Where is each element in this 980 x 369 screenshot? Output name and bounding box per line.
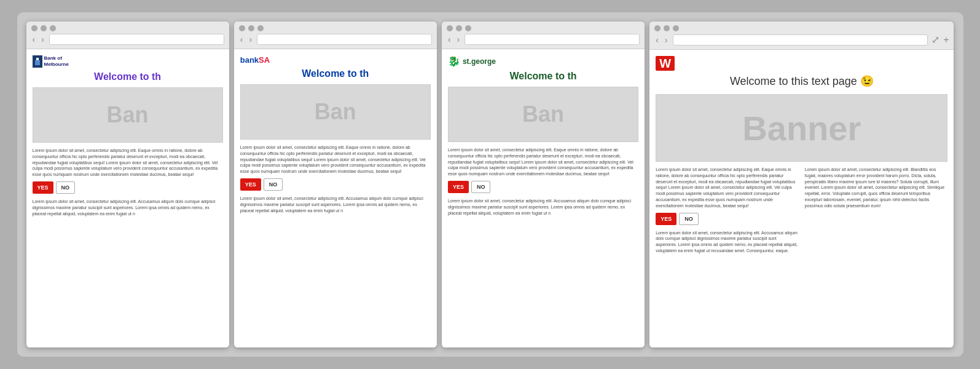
nav-bar-westpac: ‹ › ⤢ + xyxy=(654,34,949,46)
westpac-body1-right: Lorem ipsum dolor sit amet, consectetur … xyxy=(805,167,948,209)
bom-logo-icon xyxy=(33,55,42,68)
bom-body1: Lorem ipsum dolor sit amet, consectetur … xyxy=(33,148,223,178)
banksa-logo: bankSA xyxy=(240,55,270,65)
westpac-body2: Lorem ipsum dolor sit amet, consectetur … xyxy=(656,230,799,254)
stgeorge-logo-text: st.george xyxy=(463,57,496,66)
westpac-two-column: Lorem ipsum dolor sit amet, consectetur … xyxy=(656,167,947,254)
address-bar-banksa[interactable] xyxy=(257,34,432,45)
dot-1 xyxy=(654,25,661,31)
dot-2 xyxy=(664,25,670,31)
forward-button-stgeorge[interactable]: › xyxy=(456,34,461,44)
browser-content-bom: Bank ofMelbourne Welcome to th Ban Lorem… xyxy=(26,49,229,347)
browser-window-westpac: ‹ › ⤢ + W Welcome to this text page 😉 Ba… xyxy=(649,22,954,347)
back-button-banksa[interactable]: ‹ xyxy=(239,34,245,44)
stgeorge-banner-text: Ban xyxy=(522,101,564,127)
bom-body2: Lorem ipsum dolor sit amet, consectetur … xyxy=(33,199,223,216)
address-bar-westpac[interactable] xyxy=(673,34,928,46)
browser-chrome-westpac: ‹ › ⤢ + xyxy=(649,22,954,50)
address-bar-bom[interactable] xyxy=(49,34,224,45)
forward-button-westpac[interactable]: › xyxy=(664,35,669,45)
browser-chrome-stgeorge: ‹ › xyxy=(442,22,645,49)
forward-button-bom[interactable]: › xyxy=(40,34,45,44)
westpac-welcome-heading: Welcome to this text page 😉 xyxy=(656,74,947,88)
dot-2 xyxy=(41,25,47,31)
nav-bar-banksa: ‹ › xyxy=(239,34,432,45)
browser-content-westpac: W Welcome to this text page 😉 Banner Lor… xyxy=(649,50,954,347)
stgeorge-banner: Ban xyxy=(448,87,638,142)
stgeorge-action-buttons: YES NO xyxy=(448,181,638,193)
westpac-yes-button[interactable]: YES xyxy=(656,213,676,225)
nav-bar-stgeorge: ‹ › xyxy=(447,34,640,45)
bom-action-buttons: YES NO xyxy=(33,181,223,194)
dot-1 xyxy=(239,25,245,31)
bom-welcome-heading: Welcome to th xyxy=(33,71,223,82)
westpac-body1-left: Lorem ipsum dolor sit amet, consectetur … xyxy=(656,167,799,209)
dot-3 xyxy=(673,25,679,31)
back-button-westpac[interactable]: ‹ xyxy=(654,35,660,45)
traffic-lights-stgeorge xyxy=(447,25,640,31)
westpac-banner-text: Banner xyxy=(742,108,861,148)
stgeorge-yes-button[interactable]: YES xyxy=(448,181,469,193)
traffic-lights-westpac xyxy=(654,25,949,31)
banksa-no-button[interactable]: NO xyxy=(264,178,283,191)
page-header-westpac: W xyxy=(656,56,947,71)
dragon-icon: 🐉 xyxy=(448,55,460,67)
nav-bar-bom: ‹ › xyxy=(31,34,224,45)
bom-banner: Ban xyxy=(33,87,223,143)
westpac-action-buttons: YES NO xyxy=(656,213,799,225)
westpac-logo: W xyxy=(656,56,675,71)
page-header-bom: Bank ofMelbourne xyxy=(33,55,223,68)
dot-3 xyxy=(50,25,56,31)
banksa-banner: Ban xyxy=(240,84,431,140)
westpac-no-button[interactable]: NO xyxy=(679,213,699,225)
browser-chrome-banksa: ‹ › xyxy=(234,22,437,49)
browser-window-banksa: ‹ › bankSA Welcome to th Ban Lorem ipsum… xyxy=(234,22,437,347)
stgeorge-welcome-heading: Welcome to th xyxy=(448,71,638,82)
stgeorge-no-button[interactable]: NO xyxy=(471,181,491,193)
stgeorge-body2: Lorem ipsum dolor sit amet, consectetur … xyxy=(448,198,638,216)
banksa-body1: Lorem ipsum dolor sit amet, consectetur … xyxy=(240,145,431,175)
banksa-body2: Lorem ipsum dolor sit amet, consectetur … xyxy=(240,196,431,213)
bom-banner-text: Ban xyxy=(107,102,149,128)
dot-3 xyxy=(465,25,471,31)
browser-content-stgeorge: 🐉 st.george Welcome to th Ban Lorem ipsu… xyxy=(442,49,645,347)
banksa-welcome-heading: Welcome to th xyxy=(240,68,431,79)
dot-2 xyxy=(456,25,462,31)
westpac-banner: Banner xyxy=(656,94,947,162)
browser-chrome-bom: ‹ › xyxy=(26,22,229,49)
expand-icon[interactable]: ⤢ xyxy=(931,34,939,46)
banksa-banner-text: Ban xyxy=(315,99,356,125)
address-bar-stgeorge[interactable] xyxy=(465,34,640,45)
page-header-banksa: bankSA xyxy=(240,55,431,65)
banksa-logo-bank: bank xyxy=(240,55,259,65)
bom-no-button[interactable]: NO xyxy=(56,181,76,194)
westpac-right-column: Lorem ipsum dolor sit amet, consectetur … xyxy=(805,167,948,254)
desktop: ‹ › Bank ofMelbourne Welcome to th Ban xyxy=(17,12,963,357)
westpac-left-column: Lorem ipsum dolor sit amet, consectetur … xyxy=(656,167,799,254)
browser-window-stgeorge: ‹ › 🐉 st.george Welcome to th Ban Lorem … xyxy=(442,22,645,347)
page-header-stgeorge: 🐉 st.george xyxy=(448,55,638,67)
browser-content-banksa: bankSA Welcome to th Ban Lorem ipsum dol… xyxy=(234,49,437,347)
back-button-bom[interactable]: ‹ xyxy=(31,34,37,44)
forward-button-banksa[interactable]: › xyxy=(248,34,253,44)
banksa-yes-button[interactable]: YES xyxy=(240,178,261,191)
dot-1 xyxy=(31,25,37,31)
westpac-logo-icon: W xyxy=(659,57,671,69)
back-button-stgeorge[interactable]: ‹ xyxy=(447,34,452,44)
svg-rect-2 xyxy=(36,58,39,60)
traffic-lights-banksa xyxy=(239,25,432,31)
bom-logo-text: Bank ofMelbourne xyxy=(44,55,69,67)
svg-rect-1 xyxy=(35,60,40,65)
dot-1 xyxy=(447,25,453,31)
stgeorge-body1: Lorem ipsum dolor sit amet, consectetur … xyxy=(448,147,638,177)
stgeorge-logo: 🐉 st.george xyxy=(448,55,496,67)
dot-2 xyxy=(248,25,254,31)
banksa-action-buttons: YES NO xyxy=(240,178,431,191)
bom-yes-button[interactable]: YES xyxy=(33,181,53,194)
bom-logo: Bank ofMelbourne xyxy=(33,55,69,68)
traffic-lights-bom xyxy=(31,25,224,31)
browser-window-bom: ‹ › Bank ofMelbourne Welcome to th Ban xyxy=(26,22,229,347)
plus-icon[interactable]: + xyxy=(943,34,949,46)
dot-3 xyxy=(257,25,264,31)
banksa-logo-sa: SA xyxy=(259,55,270,65)
